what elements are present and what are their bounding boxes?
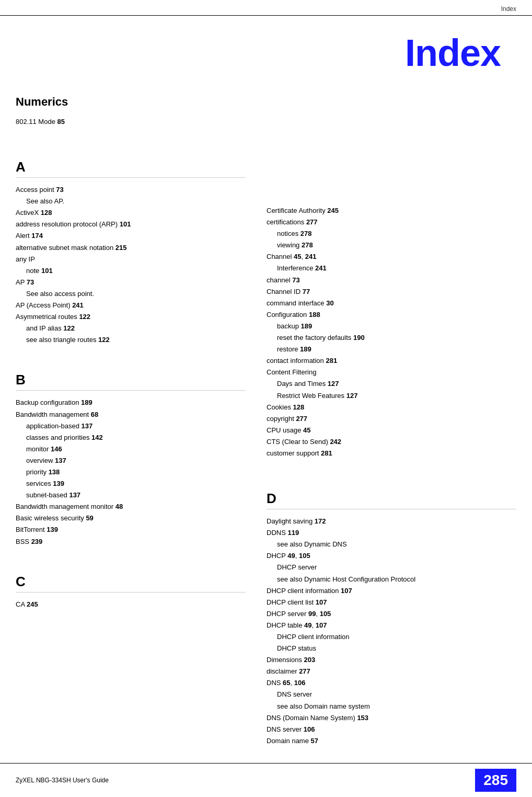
entry-cpu-usage: CPU usage 45: [267, 425, 516, 436]
entry-content-filtering: Content Filtering Days and Times 127 Res…: [267, 367, 516, 401]
entry-cts: CTS (Clear to Send) 242: [267, 436, 516, 448]
entry-basic-wireless: Basic wireless security 59: [16, 513, 246, 524]
entry-access-point: Access point 73 See also AP.: [16, 184, 246, 207]
entry-dns-domain-name-system: DNS (Domain Name System) 153: [267, 712, 516, 724]
entry-dhcp-table: DHCP table 49, 107 DHCP client informati…: [267, 620, 516, 654]
entry-802: 802.11 Mode 85: [16, 116, 246, 128]
entry-dns-server: DNS server 106: [267, 724, 516, 735]
entry-dhcp-client-info: DHCP client information 107: [267, 585, 516, 597]
entry-bss: BSS 239: [16, 536, 246, 548]
entry-domain-name: Domain name 57: [267, 735, 516, 747]
entry-dhcp: DHCP 49, 105 DHCP server see also Dynami…: [267, 550, 516, 585]
entry-copyright: copyright 277: [267, 413, 516, 425]
entry-channel-lower: channel 73: [267, 275, 516, 286]
entry-channel-id: Channel ID 77: [267, 286, 516, 298]
entry-daylight-saving: Daylight saving 172: [267, 516, 516, 527]
footer-page-number: 285: [475, 769, 516, 792]
entry-command-interface: command interface 30: [267, 298, 516, 309]
entry-dhcp-client-list: DHCP client list 107: [267, 597, 516, 608]
entry-bandwidth-mgmt: Bandwidth management 68 application-base…: [16, 409, 246, 502]
entry-customer-support: customer support 281: [267, 448, 516, 459]
entry-any-ip: any IP note 101: [16, 254, 246, 277]
entry-dhcp-server: DHCP server 99, 105: [267, 608, 516, 620]
section-C-letter: C: [16, 574, 246, 593]
right-column: Certificate Authority 245 certifications…: [267, 95, 516, 747]
entry-alt-subnet: alternative subnet mask notation 215: [16, 242, 246, 254]
entry-backup-config: Backup configuration 189: [16, 397, 246, 408]
entry-ap: AP 73 See also access point.: [16, 277, 246, 300]
entry-disclaimer: disclaimer 277: [267, 666, 516, 677]
page-title: Index: [0, 16, 532, 95]
section-numerics-title: Numerics: [16, 95, 246, 109]
entry-bittorrent: BitTorrent 139: [16, 524, 246, 536]
entry-ca: CA 245: [16, 599, 246, 610]
entry-contact-info: contact information 281: [267, 355, 516, 367]
entry-activex: ActiveX 128: [16, 207, 246, 219]
left-column: Numerics 802.11 Mode 85 A Access point 7…: [16, 95, 246, 747]
entry-cert-authority: Certificate Authority 245: [267, 205, 516, 217]
page-footer: ZyXEL NBG-334SH User's Guide 285: [0, 763, 532, 797]
entry-asymmetrical: Asymmetrical routes 122 and IP alias 122…: [16, 311, 246, 346]
entry-alert: Alert 174: [16, 230, 246, 242]
section-D-letter: D: [267, 491, 516, 509]
header-text: Index: [501, 5, 516, 13]
content-area: Numerics 802.11 Mode 85 A Access point 7…: [0, 95, 532, 747]
section-A-letter: A: [16, 159, 246, 178]
entry-ap-access-point: AP (Access Point) 241: [16, 300, 246, 311]
section-B-letter: B: [16, 372, 246, 391]
entry-arp: address resolution protocol (ARP) 101: [16, 219, 246, 230]
entry-bw-monitor: Bandwidth management monitor 48: [16, 501, 246, 513]
footer-brand: ZyXEL NBG-334SH User's Guide: [16, 777, 109, 784]
entry-dimensions: Dimensions 203: [267, 654, 516, 666]
entry-configuration: Configuration 188 backup 189 reset the f…: [267, 309, 516, 355]
entry-cookies: Cookies 128: [267, 402, 516, 413]
page-header: Index: [0, 0, 532, 16]
entry-ddns: DDNS 119 see also Dynamic DNS: [267, 527, 516, 550]
entry-certifications: certifications 277 notices 278 viewing 2…: [267, 217, 516, 251]
entry-dns: DNS 65, 106 DNS server see also Domain n…: [267, 677, 516, 712]
entry-channel: Channel 45, 241 Interference 241: [267, 251, 516, 274]
